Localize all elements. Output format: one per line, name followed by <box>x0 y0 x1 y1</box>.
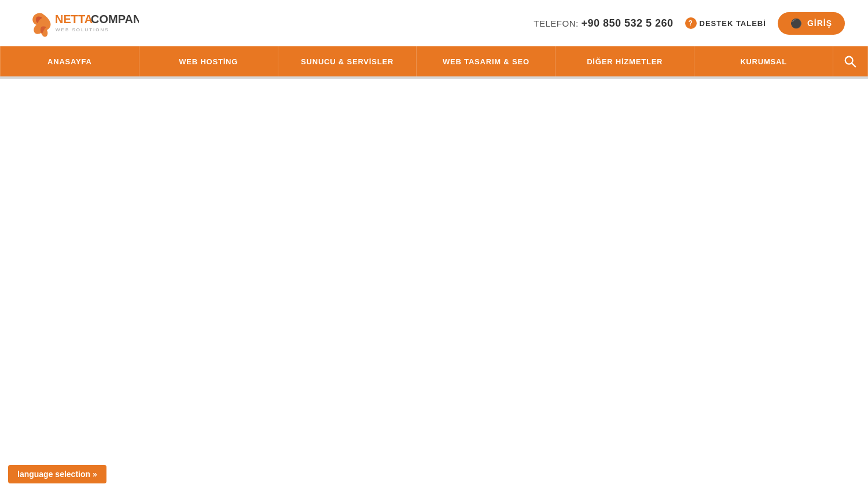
main-navbar: ANASAYFA WEB HOSTİNG SUNUCU & SERVİSLER … <box>0 46 868 76</box>
nav-item-diger-hizmetler[interactable]: DİĞER HİZMETLER <box>556 46 694 76</box>
phone-label: TELEFON: <box>534 19 578 28</box>
site-header: NETTA COMPANY WEB SOLUTIONS TELEFON: +90… <box>0 0 868 46</box>
phone-number: +90 850 532 5 260 <box>581 17 673 29</box>
user-icon: ⚫ <box>790 18 803 29</box>
svg-text:COMPANY: COMPANY <box>91 13 139 25</box>
logo[interactable]: NETTA COMPANY WEB SOLUTIONS <box>23 6 139 41</box>
language-selection-label: language selection » <box>17 470 97 479</box>
question-icon: ? <box>685 17 697 29</box>
search-icon <box>844 55 856 68</box>
header-right: TELEFON: +90 850 532 5 260 ? DESTEK TALE… <box>534 12 845 35</box>
nav-item-web-hosting[interactable]: WEB HOSTİNG <box>139 46 278 76</box>
svg-text:WEB SOLUTIONS: WEB SOLUTIONS <box>56 27 109 32</box>
destek-talebi-link[interactable]: ? DESTEK TALEBİ <box>685 17 766 29</box>
nav-item-kurumsal[interactable]: KURUMSAL <box>694 46 833 76</box>
search-button[interactable] <box>833 46 868 76</box>
language-selection-button[interactable]: language selection » <box>8 465 106 483</box>
phone-info: TELEFON: +90 850 532 5 260 <box>534 17 673 30</box>
svg-line-4 <box>852 63 856 67</box>
giris-button[interactable]: ⚫ GİRİŞ <box>778 12 845 35</box>
nav-item-web-tasarim-seo[interactable]: WEB TASARIM & SEO <box>417 46 556 76</box>
giris-label: GİRİŞ <box>807 19 832 28</box>
destek-label: DESTEK TALEBİ <box>700 19 766 28</box>
main-content <box>0 79 868 461</box>
nav-item-sunucu-servisler[interactable]: SUNUCU & SERVİSLER <box>278 46 417 76</box>
svg-text:NETTA: NETTA <box>55 13 93 25</box>
nav-item-anasayfa[interactable]: ANASAYFA <box>0 46 139 76</box>
